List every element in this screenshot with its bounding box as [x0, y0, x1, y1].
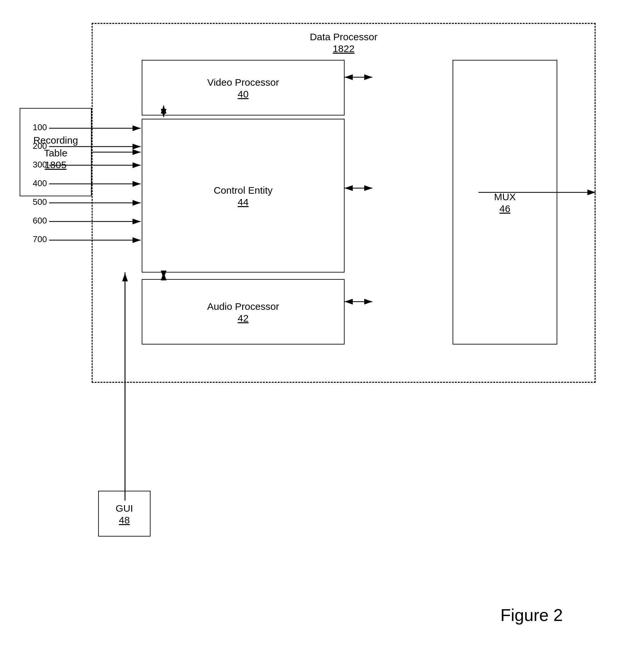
data-processor-label: Data Processor 1822	[93, 31, 595, 54]
mux-title: MUX	[494, 190, 516, 203]
audio-processor-title: Audio Processor	[207, 300, 279, 313]
recording-table-box: Recording Table 1805	[20, 108, 92, 196]
svg-text:700: 700	[33, 234, 47, 244]
audio-processor-box: Audio Processor 42	[142, 279, 345, 345]
svg-text:500: 500	[33, 197, 47, 207]
audio-processor-number: 42	[238, 313, 248, 324]
svg-text:600: 600	[33, 216, 47, 225]
figure-caption: Figure 2	[500, 605, 563, 625]
control-entity-number: 44	[238, 196, 248, 208]
mux-number: 46	[499, 203, 510, 214]
data-processor-box: Data Processor 1822 Video Processor 40 C…	[92, 23, 596, 383]
recording-table-label: Recording Table	[20, 134, 91, 159]
video-processor-title: Video Processor	[207, 76, 279, 89]
video-processor-number: 40	[238, 89, 248, 100]
data-processor-title: Data Processor	[310, 32, 378, 42]
gui-title: GUI	[116, 502, 133, 515]
data-processor-number: 1822	[333, 43, 355, 54]
gui-box: GUI 48	[98, 491, 151, 537]
control-entity-title: Control Entity	[214, 184, 273, 196]
mux-box: MUX 46	[453, 60, 557, 345]
recording-table-number: 1805	[45, 159, 67, 170]
gui-number: 48	[119, 515, 130, 526]
video-processor-box: Video Processor 40	[142, 60, 345, 116]
control-entity-box: Control Entity 44	[142, 119, 345, 273]
diagram-container: Recording Table 1805 Data Processor 1822…	[13, 13, 628, 651]
